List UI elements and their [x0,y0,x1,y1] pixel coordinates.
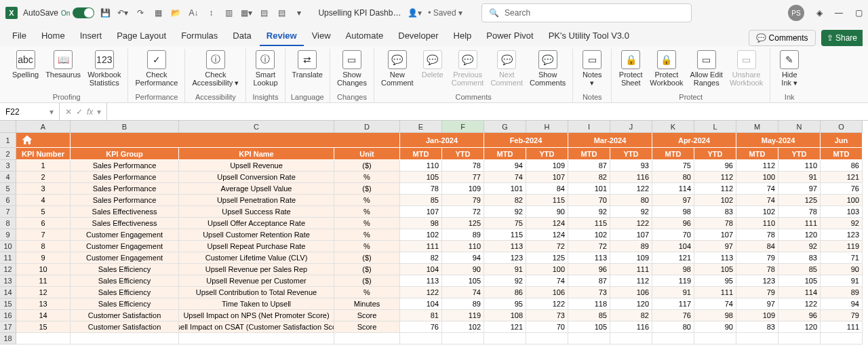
data-cell[interactable]: 96 [694,160,736,172]
check-button[interactable]: ⓘCheckAccessibility ▾ [189,49,241,92]
data-cell[interactable]: 90 [694,321,736,333]
chevron-down-icon[interactable]: ▾ [97,107,101,117]
column-header[interactable]: I [568,121,610,133]
kpi-group-cell[interactable]: Customer Engagement [71,252,179,264]
column-header[interactable]: O [821,121,863,133]
kpi-name-cell[interactable]: Upsell Revenue per Customer [179,275,334,287]
column-header[interactable]: M [736,121,778,133]
row-header[interactable]: 17 [0,321,16,333]
row-header[interactable]: 15 [0,298,16,310]
row-header[interactable]: 6 [0,195,16,206]
kpi-name-cell[interactable]: Upsell Contribution to Total Revenue [179,287,334,298]
data-cell[interactable]: 97 [652,195,694,206]
kpi-number-cell[interactable]: 2 [16,172,71,183]
sub-header[interactable]: YTD [694,148,736,160]
empty-cell[interactable] [400,333,442,345]
column-header[interactable]: K [652,121,694,133]
data-cell[interactable]: 112 [736,160,778,172]
data-cell[interactable]: 116 [610,321,652,333]
data-cell[interactable]: 110 [736,218,778,229]
data-cell[interactable]: 77 [442,172,484,183]
tab-page-layout[interactable]: Page Layout [110,26,173,46]
data-cell[interactable]: 90 [526,206,568,218]
empty-cell[interactable] [736,333,778,345]
column-header[interactable]: C [179,121,334,133]
merged-header[interactable] [71,133,400,148]
check-button[interactable]: ✓CheckPerformance [132,49,180,92]
data-cell[interactable]: 119 [442,310,484,321]
tab-help[interactable]: Help [447,26,479,46]
data-cell[interactable]: 113 [694,252,736,264]
kpi-number-cell[interactable]: 13 [16,298,71,310]
data-cell[interactable]: 125 [442,218,484,229]
row-header[interactable]: 5 [0,183,16,195]
data-cell[interactable]: 113 [484,241,526,252]
data-cell[interactable]: 74 [484,172,526,183]
data-cell[interactable]: 98 [694,310,736,321]
data-cell[interactable]: 104 [652,241,694,252]
kpi-unit-cell[interactable]: Minutes [334,298,400,310]
data-cell[interactable]: 76 [821,183,863,195]
data-cell[interactable]: 92 [568,206,610,218]
kpi-group-cell[interactable]: Sales Performance [71,160,179,172]
data-cell[interactable]: 94 [442,252,484,264]
kpi-header[interactable]: KPI Number [16,148,71,160]
data-cell[interactable]: 115 [484,229,526,241]
data-cell[interactable]: 97 [736,298,778,310]
kpi-name-cell[interactable]: Upsell Revenue per Sales Rep [179,264,334,275]
kpi-number-cell[interactable]: 14 [16,310,71,321]
minimize-icon[interactable]: ― [835,8,843,18]
sub-header[interactable]: MTD [736,148,778,160]
data-cell[interactable]: 118 [568,298,610,310]
notes-button[interactable]: ▭Notes▾ [577,49,607,92]
data-cell[interactable]: 94 [821,298,863,310]
kpi-unit-cell[interactable]: ($) [334,252,400,264]
data-cell[interactable]: 92 [484,206,526,218]
kpi-group-cell[interactable]: Customer Engagement [71,241,179,252]
data-cell[interactable]: 78 [736,264,778,275]
kpi-number-cell[interactable]: 3 [16,183,71,195]
data-cell[interactable]: 123 [821,229,863,241]
data-cell[interactable]: 78 [736,229,778,241]
more-icon[interactable]: ▾ [294,7,304,18]
row-header[interactable]: 7 [0,206,16,218]
row-header[interactable]: 8 [0,218,16,229]
data-cell[interactable]: 122 [400,287,442,298]
data-cell[interactable]: 103 [821,206,863,218]
kpi-number-cell[interactable]: 11 [16,275,71,287]
data-cell[interactable]: 78 [694,218,736,229]
spreadsheet-grid[interactable]: ABCDEFGHIJKLMNO1Jan-2024Feb-2024Mar-2024… [0,121,868,354]
data-cell[interactable]: 97 [778,183,821,195]
data-cell[interactable]: 102 [400,229,442,241]
data-cell[interactable]: 91 [778,172,821,183]
sub-header[interactable]: MTD [652,148,694,160]
kpi-number-cell[interactable]: 9 [16,252,71,264]
kpi-unit-cell[interactable]: % [334,218,400,229]
save-icon[interactable]: 💾 [100,7,111,18]
kpi-name-cell[interactable]: Upsell Success Rate [179,206,334,218]
tab-automate[interactable]: Automate [339,26,391,46]
data-cell[interactable]: 98 [652,206,694,218]
data-cell[interactable]: 93 [610,160,652,172]
kpi-name-cell[interactable]: Upsell Penetration Rate [179,195,334,206]
tab-pk-s-utility-tool-v3-0[interactable]: PK's Utility Tool V3.0 [542,26,636,46]
kpi-header[interactable]: Unit [334,148,400,160]
column-header[interactable]: N [778,121,821,133]
data-cell[interactable]: 92 [821,218,863,229]
data-cell[interactable]: 98 [400,218,442,229]
row-header[interactable]: 4 [0,172,16,183]
data-cell[interactable]: 111 [821,321,863,333]
data-cell[interactable]: 70 [652,229,694,241]
data-cell[interactable]: 105 [400,172,442,183]
data-cell[interactable]: 82 [484,195,526,206]
data-cell[interactable]: 111 [610,264,652,275]
kpi-unit-cell[interactable]: % [334,195,400,206]
data-cell[interactable]: 109 [442,183,484,195]
kpi-name-cell[interactable]: Upsell Impact on NPS (Net Promoter Score… [179,310,334,321]
data-cell[interactable]: 122 [778,298,821,310]
undo-icon[interactable]: ↶▾ [117,7,128,18]
kpi-unit-cell[interactable]: ($) [334,183,400,195]
kpi-group-cell[interactable]: Customer Engagement [71,229,179,241]
diamond-icon[interactable]: ◈ [816,8,823,18]
data-cell[interactable]: 102 [694,195,736,206]
